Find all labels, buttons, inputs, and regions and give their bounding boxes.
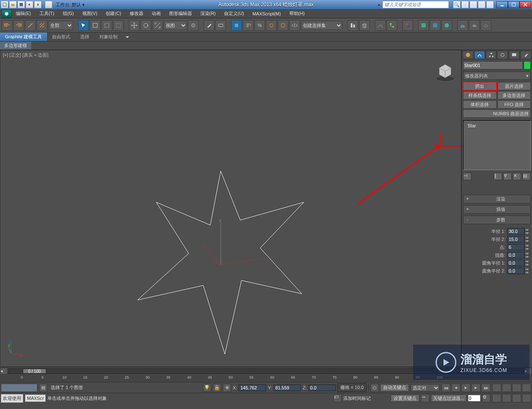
timetag-icon[interactable]: 🏷 bbox=[333, 394, 342, 402]
show-end-result-icon[interactable]: ∥ bbox=[494, 173, 502, 180]
rect-region-icon[interactable] bbox=[101, 20, 112, 31]
undo-icon[interactable] bbox=[2, 20, 12, 31]
param-points-input[interactable] bbox=[507, 244, 525, 250]
spinner-down-icon[interactable]: ▾ bbox=[525, 239, 530, 243]
tab-selection[interactable]: 选择 bbox=[75, 32, 94, 41]
spinner-down-icon[interactable]: ▾ bbox=[525, 231, 530, 235]
maxscript-label[interactable]: MAXScr bbox=[25, 394, 46, 402]
manipulate-icon[interactable] bbox=[204, 20, 214, 31]
pivot-center-icon[interactable] bbox=[188, 20, 199, 31]
viewport[interactable]: [+] [正交] [真实 + 边面] x y z bbox=[0, 50, 461, 367]
link-icon[interactable] bbox=[25, 20, 36, 31]
menu-rendering[interactable]: 渲染(R) bbox=[196, 9, 220, 18]
time-config-icon2[interactable]: ⚙ bbox=[482, 394, 490, 402]
goto-start-icon[interactable]: ⏮ bbox=[441, 384, 451, 392]
schematic-view-icon[interactable] bbox=[387, 20, 397, 31]
select-by-name-icon[interactable] bbox=[90, 20, 101, 31]
spinner-up-icon[interactable]: ▴ bbox=[525, 228, 530, 231]
menu-group[interactable]: 组(G) bbox=[59, 9, 78, 18]
modifier-splinesel-button[interactable]: 样条线选择 bbox=[463, 91, 497, 99]
help-search-input[interactable] bbox=[382, 1, 449, 8]
maximize-viewport-icon[interactable] bbox=[522, 394, 531, 402]
viewcube[interactable] bbox=[433, 55, 458, 84]
walk-icon[interactable] bbox=[502, 394, 511, 402]
param-filletr2-input[interactable] bbox=[507, 268, 525, 274]
search-chevron-icon[interactable]: ▸ bbox=[378, 2, 381, 7]
material-editor-icon[interactable] bbox=[402, 20, 413, 31]
menu-grapheditors[interactable]: 图形编辑器 bbox=[165, 9, 196, 18]
move-icon[interactable] bbox=[129, 20, 140, 31]
setkey-button[interactable]: 设置关键点 bbox=[391, 394, 419, 402]
panel-tab-create-icon[interactable] bbox=[463, 51, 473, 59]
spinner-up-icon[interactable]: ▴ bbox=[525, 252, 530, 255]
modifier-polysel-button[interactable]: 多边形选择 bbox=[498, 91, 531, 99]
scale-icon[interactable] bbox=[152, 20, 163, 31]
panel-polymodeling[interactable]: 多边形建模 bbox=[0, 42, 31, 50]
panel-tab-motion-icon[interactable] bbox=[497, 51, 508, 59]
zoom-all-icon[interactable] bbox=[502, 384, 511, 392]
spinner-up-icon[interactable]: ▴ bbox=[525, 268, 530, 271]
time-config-icon[interactable]: ⏲ bbox=[370, 384, 379, 392]
align-icon[interactable] bbox=[347, 20, 358, 31]
panel-tab-display-icon[interactable] bbox=[509, 51, 520, 59]
param-distortion-input[interactable] bbox=[507, 252, 525, 258]
render-icon[interactable] bbox=[441, 20, 452, 31]
add-timetag-text[interactable]: 添加时间标记 bbox=[343, 395, 371, 402]
param-filletr1-input[interactable] bbox=[507, 260, 525, 266]
key-icon[interactable]: ⊸ bbox=[421, 394, 429, 402]
qat-project-icon[interactable]: ▾ bbox=[45, 1, 52, 8]
curve-editor-icon[interactable] bbox=[375, 20, 386, 31]
pan-icon[interactable] bbox=[492, 394, 501, 402]
abs-rel-icon[interactable]: ⊕ bbox=[223, 384, 231, 392]
unlink-icon[interactable] bbox=[37, 20, 47, 31]
coord-z-input[interactable] bbox=[308, 384, 336, 391]
named-selection-dropdown[interactable]: 创建选择集 bbox=[301, 21, 342, 30]
search-icon[interactable]: 🔍 bbox=[453, 1, 461, 8]
menu-create[interactable]: 创建(C) bbox=[101, 9, 125, 18]
qat-save-icon[interactable] bbox=[17, 1, 25, 8]
param-r1-input[interactable] bbox=[507, 228, 525, 235]
spinner-down-icon[interactable]: ▾ bbox=[525, 271, 530, 274]
make-unique-icon[interactable]: ∀ bbox=[503, 173, 512, 180]
menu-help[interactable]: 帮助(H) bbox=[285, 9, 309, 18]
zoom-extents-icon[interactable] bbox=[512, 384, 521, 392]
rollout-render[interactable]: +渲染 bbox=[463, 195, 531, 203]
qat-new-icon[interactable] bbox=[1, 1, 8, 8]
spinner-up-icon[interactable]: ▴ bbox=[525, 260, 530, 263]
tab-graphite[interactable]: Graphite 建模工具 bbox=[0, 32, 47, 41]
object-color-swatch[interactable] bbox=[524, 61, 531, 69]
ref-coord-dropdown[interactable]: 视图 bbox=[164, 21, 187, 30]
keyfilter-button[interactable]: 关键点过滤器... bbox=[431, 394, 466, 402]
window-minimize-button[interactable] bbox=[496, 1, 508, 8]
zoom-extents-all-icon[interactable] bbox=[522, 384, 531, 392]
menu-animation[interactable]: 动画 bbox=[148, 9, 165, 18]
render-setup-icon[interactable] bbox=[418, 20, 429, 31]
ribbon-expand-icon[interactable]: ⏷ bbox=[123, 32, 132, 41]
menu-maxscript[interactable]: MAXScript(M) bbox=[248, 9, 285, 18]
select-object-icon[interactable] bbox=[78, 20, 89, 31]
modifier-facesel-button[interactable]: 面片选择 bbox=[498, 82, 531, 90]
spinner-down-icon[interactable]: ▾ bbox=[525, 263, 530, 266]
workspace-selector[interactable]: 工作台: 默认 ▾ bbox=[56, 2, 85, 8]
key-filter-dropdown[interactable]: 选定对 bbox=[411, 384, 440, 392]
qat-open-icon[interactable] bbox=[9, 1, 17, 8]
param-r2-input[interactable] bbox=[507, 236, 525, 243]
menu-customize[interactable]: 自定义(U) bbox=[220, 9, 248, 18]
modifier-volsel-button[interactable]: 体积选择 bbox=[463, 100, 497, 109]
window-close-button[interactable] bbox=[520, 1, 531, 8]
render-frame-icon[interactable] bbox=[430, 20, 441, 31]
isolate-icon[interactable]: 🔒 bbox=[213, 384, 221, 392]
keyboard-shortcut-icon[interactable] bbox=[215, 20, 226, 31]
window-maximize-button[interactable] bbox=[508, 1, 520, 8]
teapot-icon[interactable] bbox=[469, 20, 480, 31]
menu-edit[interactable]: 编辑(E) bbox=[12, 9, 35, 18]
coord-y-input[interactable] bbox=[273, 384, 301, 391]
modifier-list-dropdown[interactable]: 修改器列表▾ bbox=[463, 72, 531, 80]
angle-snap-icon[interactable]: 3 bbox=[243, 20, 254, 31]
modifier-nurbs-button[interactable]: NURBS 曲面选择 bbox=[463, 109, 531, 118]
menu-modifiers[interactable]: 修改器 bbox=[126, 9, 148, 18]
coord-x-input[interactable] bbox=[239, 384, 266, 391]
selection-filter-dropdown[interactable]: 全部 bbox=[48, 21, 73, 30]
goto-end-icon[interactable]: ⏭ bbox=[481, 384, 490, 392]
window-crossing-icon[interactable] bbox=[113, 20, 124, 31]
